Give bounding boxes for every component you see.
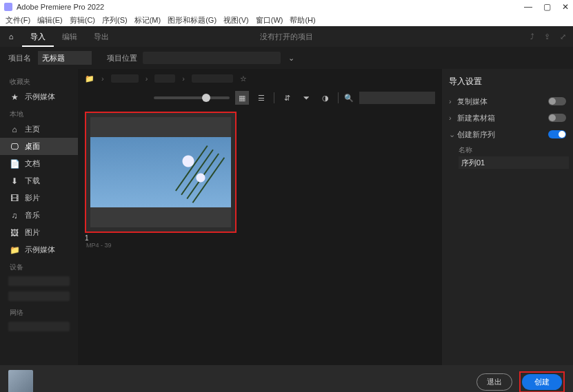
sidebar-item-pictures[interactable]: 🖼图片	[0, 224, 78, 241]
sequence-name-label: 名称	[459, 145, 566, 155]
expand-icon[interactable]: ⤢	[560, 32, 566, 41]
project-status: 没有打开的项目	[260, 32, 313, 42]
export-icon[interactable]: ⤴	[530, 32, 534, 41]
media-thumbnail	[90, 117, 231, 227]
menu-sequence[interactable]: 序列(S)	[102, 15, 128, 25]
thumbnail-size-slider[interactable]	[154, 96, 230, 99]
sidebar-device-item[interactable]	[8, 276, 70, 286]
sidebar-section-network: 网络	[0, 304, 78, 319]
divider	[274, 92, 274, 103]
folder-icon[interactable]: 📁	[85, 74, 94, 83]
create-button[interactable]: 创建	[522, 374, 562, 390]
sidebar-network-item[interactable]	[8, 322, 70, 331]
menu-clip[interactable]: 剪辑(C)	[70, 15, 95, 25]
chevron-down-icon: ⌄	[449, 130, 457, 139]
sidebar-section-local: 本地	[0, 105, 78, 121]
menu-file[interactable]: 文件(F)	[6, 15, 30, 25]
menu-edit[interactable]: 编辑(E)	[37, 15, 63, 25]
star-icon: ★	[10, 92, 19, 102]
sidebar: 收藏夹 ★ 示例媒体 本地 ⌂主页 🖵桌面 📄文档 ⬇下载 🎞影片 ♫音乐 🖼图…	[0, 69, 78, 365]
chevron-right-icon: ›	[449, 97, 457, 105]
breadcrumb: 📁 › › › ☆	[78, 69, 442, 88]
home-icon[interactable]: ⌂	[4, 32, 18, 41]
breadcrumb-segment[interactable]	[192, 74, 233, 83]
menu-graphics[interactable]: 图形和标题(G)	[168, 15, 217, 25]
import-settings-header: 导入设置	[449, 76, 566, 87]
share-icon[interactable]: ⇪	[544, 32, 550, 41]
filter-button[interactable]: ⏷	[299, 91, 313, 105]
sort-button[interactable]: ⇵	[280, 91, 294, 105]
chevron-right-icon: ›	[145, 74, 148, 83]
home-icon: ⌂	[10, 125, 19, 134]
browser-toolbar: ▦ ☰ ⇵ ⏷ ◑ 🔍	[78, 88, 442, 107]
project-location-input[interactable]	[143, 52, 281, 64]
document-icon: 📄	[10, 159, 19, 169]
exit-button[interactable]: 退出	[476, 373, 512, 391]
sidebar-item-downloads[interactable]: ⬇下载	[0, 172, 78, 189]
menu-bar: 文件(F) 编辑(E) 剪辑(C) 序列(S) 标记(M) 图形和标题(G) 视…	[0, 14, 573, 26]
project-fields: 项目名 项目位置 ⌄	[0, 47, 573, 69]
favorite-star-icon[interactable]: ☆	[240, 74, 247, 83]
import-settings-panel: 导入设置 ›复制媒体 ›新建素材箱 ⌄创建新序列 名称	[442, 69, 573, 365]
breadcrumb-segment[interactable]	[111, 74, 139, 83]
sidebar-device-item[interactable]	[8, 291, 70, 301]
sidebar-item-movies[interactable]: 🎞影片	[0, 189, 78, 207]
chevron-right-icon: ›	[449, 114, 457, 122]
media-browser: 📁 › › › ☆ ▦ ☰ ⇵ ⏷ ◑ 🔍 ✓ 1	[78, 69, 442, 365]
media-type: MP4 - 39	[85, 242, 435, 249]
option-new-sequence[interactable]: ⌄创建新序列	[449, 126, 566, 143]
search-input[interactable]	[359, 92, 435, 104]
minimize-button[interactable]: —	[524, 2, 532, 12]
app-icon	[4, 3, 12, 11]
selected-media-thumbnail[interactable]	[8, 370, 33, 393]
sidebar-item-music[interactable]: ♫音乐	[0, 207, 78, 224]
chevron-right-icon: ›	[182, 74, 185, 83]
search-icon: 🔍	[344, 94, 354, 103]
download-icon: ⬇	[10, 176, 19, 186]
menu-markers[interactable]: 标记(M)	[134, 15, 161, 25]
menu-help[interactable]: 帮助(H)	[290, 15, 315, 25]
sidebar-item-desktop[interactable]: 🖵桌面	[0, 138, 78, 155]
sidebar-item-sample-media-fav[interactable]: ★ 示例媒体	[0, 88, 78, 105]
menu-view[interactable]: 视图(V)	[223, 15, 249, 25]
create-button-highlight: 创建	[519, 371, 565, 392]
project-name-label: 项目名	[8, 53, 31, 63]
tab-import[interactable]: 导入	[22, 26, 54, 47]
tab-export[interactable]: 导出	[86, 26, 117, 47]
footer-bar: 退出 创建	[0, 365, 573, 392]
sidebar-item-documents[interactable]: 📄文档	[0, 155, 78, 172]
list-view-button[interactable]: ☰	[254, 91, 268, 105]
breadcrumb-segment[interactable]	[154, 74, 175, 83]
window-titlebar: Adobe Premiere Pro 2022 — ▢ ✕	[0, 0, 573, 14]
menu-window[interactable]: 窗口(W)	[256, 15, 283, 25]
new-sequence-toggle[interactable]	[548, 130, 566, 138]
sequence-name-input[interactable]	[459, 156, 569, 169]
sidebar-section-devices: 设备	[0, 258, 78, 274]
media-tile[interactable]: ✓	[85, 112, 237, 233]
chevron-right-icon: ›	[101, 74, 104, 83]
divider	[338, 92, 339, 103]
media-name: 1	[85, 234, 435, 242]
project-name-input[interactable]	[38, 51, 92, 65]
music-icon: ♫	[10, 211, 19, 220]
close-button[interactable]: ✕	[562, 2, 569, 12]
option-copy-media[interactable]: ›复制媒体	[449, 93, 566, 110]
copy-media-toggle[interactable]	[548, 97, 566, 105]
maximize-button[interactable]: ▢	[543, 2, 551, 12]
chevron-down-icon[interactable]: ⌄	[286, 54, 296, 63]
view-options-button[interactable]: ◑	[319, 91, 332, 105]
picture-icon: 🖼	[10, 228, 19, 238]
folder-icon: 📁	[10, 245, 19, 255]
window-title: Adobe Premiere Pro 2022	[17, 3, 104, 11]
sidebar-item-label: 示例媒体	[25, 92, 55, 102]
monitor-icon: 🖵	[10, 142, 19, 152]
new-bin-toggle[interactable]	[548, 114, 566, 122]
project-location-label: 项目位置	[107, 53, 137, 63]
sidebar-item-home[interactable]: ⌂主页	[0, 121, 78, 138]
tab-edit[interactable]: 编辑	[54, 26, 86, 47]
option-new-bin[interactable]: ›新建素材箱	[449, 110, 566, 126]
sidebar-item-sample-media[interactable]: 📁示例媒体	[0, 241, 78, 258]
sidebar-section-favorites: 收藏夹	[0, 73, 78, 88]
grid-view-button[interactable]: ▦	[235, 91, 249, 105]
workspace-tabs: ⌂ 导入 编辑 导出 没有打开的项目 ⤴ ⇪ ⤢	[0, 26, 573, 47]
